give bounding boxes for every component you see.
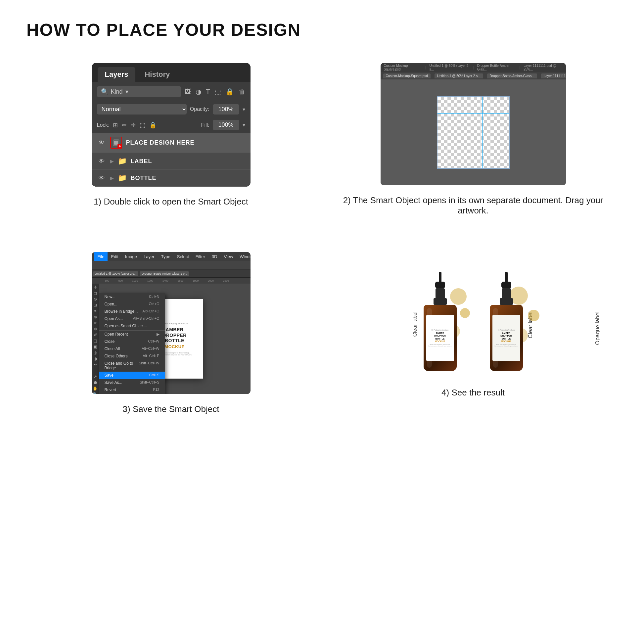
- menu-edit[interactable]: Edit: [108, 252, 121, 261]
- ps-tab-3[interactable]: Dropper-Bottle-Amber-Glass...: [487, 73, 537, 78]
- dd-save[interactable]: SaveCtrl+S: [99, 372, 165, 379]
- tool-path[interactable]: ↗: [94, 374, 97, 379]
- tool-move[interactable]: ✛: [94, 285, 97, 290]
- lock-brush-icon[interactable]: ✏: [122, 121, 127, 129]
- doc-product-subtitle: MOCKUP: [164, 344, 185, 349]
- tool-dodge[interactable]: ◑: [94, 356, 97, 361]
- image-icon[interactable]: 🖼: [184, 88, 191, 96]
- tool-gradient[interactable]: ▣: [93, 345, 97, 349]
- text-icon[interactable]: T: [206, 88, 210, 96]
- tool-text[interactable]: T: [94, 368, 96, 373]
- trash-icon[interactable]: 🗑: [239, 88, 245, 96]
- tool-pen[interactable]: ✒: [94, 362, 97, 367]
- tool-stamp[interactable]: ⊛: [94, 327, 97, 331]
- dd-close-bridge[interactable]: Close and Go to Bridge...Shift+Ctrl+W: [99, 360, 165, 372]
- layer-row-label[interactable]: 👁 ▶ 📁 LABEL: [92, 153, 251, 170]
- file-dropdown-menu: New...Ctrl+N Open...Ctrl+O Browse in Bri…: [99, 293, 165, 394]
- tool-select[interactable]: ◻: [94, 291, 97, 296]
- step-2-caption: 2) The Smart Object opens in its own sep…: [335, 195, 611, 216]
- ps-tab-2[interactable]: Untitled-1 @ 50% Layer 2 s...: [435, 73, 483, 78]
- menu-image[interactable]: Image: [122, 252, 140, 261]
- menu-filter[interactable]: Filter: [192, 252, 208, 261]
- layer-row-place-design[interactable]: 👁 ⊕ PLACE DESIGN HERE: [92, 133, 251, 153]
- dd-smart-obj[interactable]: Open as Smart Object...: [99, 322, 165, 330]
- dd-close-others[interactable]: Close OthersAlt+Ctrl+P: [99, 352, 165, 360]
- step-4-cell: Clear label 01 Packaging Mockups: [322, 242, 624, 431]
- dd-recent[interactable]: Open Recent▶: [99, 330, 165, 338]
- ps-tab2-dropper[interactable]: Dropper-Bottle-Amber-Glass-1 p...: [140, 271, 189, 276]
- step-1-cell: Layers History 🔍 Kind ▾ 🖼 ◑ T ⬚ 🔒 🗑: [20, 53, 322, 242]
- tool-shape[interactable]: ⬟: [94, 380, 97, 385]
- shape-icon[interactable]: ⬚: [215, 88, 221, 96]
- tool-history[interactable]: ↺: [94, 333, 97, 337]
- bottle-opaque: 01 Packaging Mockups AMBERDROPPERBOTTLE …: [486, 272, 526, 378]
- lock-artboard-icon[interactable]: ⬚: [140, 121, 145, 129]
- tool-brush[interactable]: ✏: [94, 321, 97, 325]
- tab-history[interactable]: History: [137, 67, 177, 82]
- lock-checkerboard-icon[interactable]: ⊞: [113, 121, 118, 129]
- bottle-group-opaque: 01 Packaging Mockups AMBERDROPPERBOTTLE …: [486, 272, 526, 378]
- tab-layers[interactable]: Layers: [98, 67, 136, 82]
- dd-save-as[interactable]: Save As...Shift+Ctrl+S: [99, 379, 165, 386]
- doc-product-title: AMBERDROPPERBOTTLE: [162, 327, 187, 344]
- layer-name-label: LABEL: [131, 158, 152, 165]
- menu-view[interactable]: View: [220, 252, 236, 261]
- dd-new[interactable]: New...Ctrl+N: [99, 293, 165, 300]
- dd-close-all[interactable]: Close AllAlt+Ctrl+W: [99, 345, 165, 352]
- search-box[interactable]: 🔍 Kind ▾: [97, 86, 181, 97]
- dropper-tip-1: [439, 272, 441, 282]
- lock-all-icon[interactable]: 🔒: [149, 121, 157, 129]
- bottle-neck-1: [436, 288, 445, 298]
- ps-untitled-label: Untitled-1 @ 50% (Layer 2 s...: [430, 64, 470, 71]
- dd-open-as[interactable]: Open As...Alt+Shift+Ctrl+O: [99, 315, 165, 322]
- sticker-brand-opaque: 01 Packaging Mockups: [498, 329, 515, 331]
- smart-badge-icon: ⊕: [117, 144, 122, 149]
- splash-2: [460, 308, 470, 318]
- smart-icon[interactable]: 🔒: [226, 88, 234, 96]
- layer-row-bottle[interactable]: 👁 ▶ 📁 BOTTLE: [92, 170, 251, 187]
- ps-tab-4[interactable]: Layer 1111111.psd @25% Background Color:…: [541, 73, 566, 78]
- adjustment-icon[interactable]: ◑: [196, 88, 201, 96]
- tool-blur[interactable]: ◎: [94, 350, 97, 355]
- dd-bridge[interactable]: Browse in Bridge...Alt+Ctrl+O: [99, 308, 165, 315]
- dd-revert[interactable]: RevertF12: [99, 386, 165, 393]
- dd-open[interactable]: Open...Ctrl+O: [99, 300, 165, 308]
- main-grid: Layers History 🔍 Kind ▾ 🖼 ◑ T ⬚ 🔒 🗑: [0, 53, 644, 431]
- fill-input[interactable]: [213, 120, 239, 130]
- tool-eyedrop[interactable]: ✒: [94, 309, 97, 313]
- layer-arrow-1[interactable]: ▶: [110, 159, 114, 164]
- menu-3d[interactable]: 3D: [208, 252, 221, 261]
- menu-select[interactable]: Select: [174, 252, 192, 261]
- layer-arrow-2[interactable]: ▶: [110, 175, 114, 181]
- eye-icon-1[interactable]: 👁: [97, 158, 106, 164]
- tool-lasso[interactable]: ⊙: [94, 297, 97, 301]
- layers-panel: Layers History 🔍 Kind ▾ 🖼 ◑ T ⬚ 🔒 🗑: [92, 63, 251, 187]
- menu-layer[interactable]: Layer: [140, 252, 158, 261]
- folder-icon-2: 📁: [118, 174, 127, 182]
- layer-name-place-design: PLACE DESIGN HERE: [126, 139, 195, 146]
- menu-window[interactable]: Window: [236, 252, 250, 261]
- tool-crop[interactable]: ⊡: [94, 303, 97, 307]
- lock-move-icon[interactable]: ✛: [131, 121, 136, 129]
- sticker-desc-clear: Apply your designs to this mockup.Contai…: [428, 344, 452, 347]
- ps-tab2-untitled[interactable]: Untitled-1 @ 100% (Layer 2 c...: [93, 271, 139, 276]
- tool-hand[interactable]: ✋: [93, 386, 98, 391]
- ps-title-sep: |: [425, 66, 426, 69]
- eye-icon-2[interactable]: 👁: [97, 175, 106, 181]
- tool-heal[interactable]: ⊕: [94, 315, 97, 319]
- bottle-clear: 01 Packaging Mockups AMBERDROPPERBOTTLE …: [420, 272, 460, 378]
- eye-icon-0[interactable]: 👁: [97, 139, 106, 146]
- ps-tabs2: Untitled-1 @ 100% (Layer 2 c... Dropper-…: [92, 270, 251, 278]
- tool-zoom[interactable]: 🔍: [93, 392, 98, 394]
- step-2-cell: Custom-Mockup-Square.psd | Untitled-1 @ …: [322, 53, 624, 242]
- blend-mode-select[interactable]: Normal: [97, 104, 187, 115]
- ps-tab-1[interactable]: Custom-Mockup-Square.psd: [383, 73, 431, 78]
- dd-close[interactable]: CloseCtrl+W: [99, 338, 165, 345]
- opacity-input[interactable]: [213, 104, 239, 115]
- sticker-brand-clear: 01 Packaging Mockups: [432, 329, 449, 331]
- lock-icon-group: ⊞ ✏ ✛ ⬚ 🔒: [113, 121, 157, 129]
- tool-eraser[interactable]: ◫: [93, 339, 97, 343]
- menu-file[interactable]: File: [94, 252, 108, 261]
- layers-search-bar: 🔍 Kind ▾ 🖼 ◑ T ⬚ 🔒 🗑: [92, 82, 251, 101]
- menu-type[interactable]: Type: [158, 252, 174, 261]
